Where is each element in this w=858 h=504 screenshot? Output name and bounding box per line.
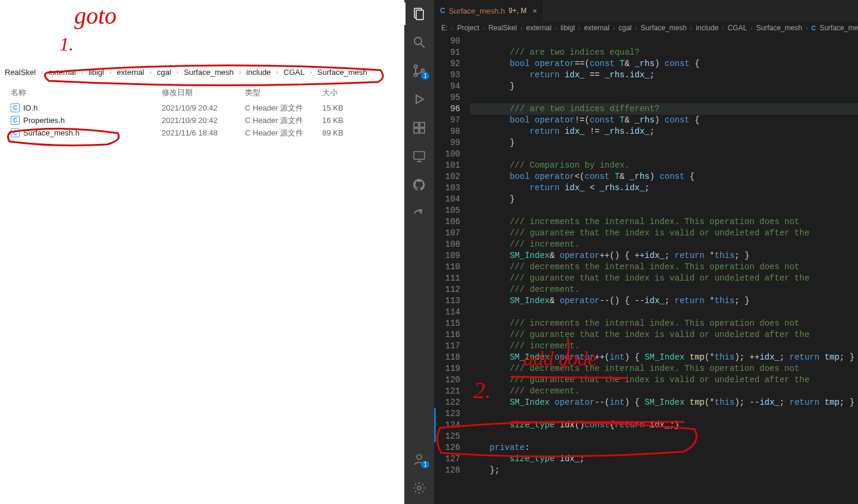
breadcrumb-item[interactable]: include (696, 24, 718, 32)
file-explorer: RealSkel›external›libigl›external›cgal›S… (0, 0, 404, 504)
breadcrumb-item[interactable]: CGAL (728, 24, 747, 32)
code-line[interactable]: /// guarantee that the index is valid or… (470, 273, 858, 284)
account-icon[interactable]: 1 (411, 452, 427, 467)
col-date[interactable]: 修改日期 (162, 87, 245, 98)
breadcrumb-item[interactable]: Surface_mesh (181, 67, 236, 78)
code-line[interactable]: /// decrements the internal index. This … (470, 262, 858, 273)
svg-rect-11 (420, 122, 425, 127)
code-line[interactable]: } (470, 194, 858, 205)
code-line[interactable] (470, 92, 858, 103)
breadcrumb-item[interactable]: external (114, 67, 146, 78)
breadcrumb-item[interactable]: libigl (561, 24, 575, 32)
breadcrumb-item[interactable]: Project (457, 24, 479, 32)
code-line[interactable] (470, 149, 858, 160)
code-line[interactable]: bool operator!=(const T& _rhs) const { (470, 115, 858, 126)
chevron-right-icon: › (806, 25, 807, 32)
breadcrumb-item[interactable]: libigl (86, 67, 106, 78)
breadcrumb-item[interactable]: E: (441, 24, 448, 32)
extensions-icon[interactable] (411, 120, 427, 136)
code-line[interactable]: /// guarantee that the index is valid or… (470, 374, 858, 386)
code-line[interactable]: /// Comparison by index. (470, 160, 858, 171)
code-line[interactable]: /// increment. (470, 239, 858, 250)
line-number: 101 (434, 160, 460, 171)
gear-icon[interactable] (411, 480, 427, 496)
code-line[interactable]: size_type idx()const{return idx_;} (470, 420, 858, 431)
code-line[interactable]: SM_Index& operator++() { ++idx_; return … (470, 250, 858, 262)
code-line[interactable]: SM_Index& operator--() { --idx_; return … (470, 295, 858, 307)
code-line[interactable]: } (470, 81, 858, 92)
file-row[interactable]: CSurface_mesh.h2021/11/6 18:48C Header 源… (0, 127, 404, 139)
code-line[interactable] (470, 408, 858, 420)
scm-icon[interactable]: 1 (411, 63, 427, 78)
code-line[interactable]: return idx_ != _rhs.idx_; (470, 126, 858, 137)
code-line[interactable]: private: (470, 442, 858, 453)
col-name[interactable]: 名称 (2, 87, 162, 98)
breadcrumb-item[interactable]: cgal (155, 67, 174, 78)
breadcrumb-item[interactable]: Surface_mesh (315, 67, 370, 78)
line-number: 92 (434, 58, 460, 70)
code-line[interactable]: /// guarantee that the index is valid or… (470, 228, 858, 239)
breadcrumb-item[interactable]: external (46, 67, 78, 78)
code-line[interactable]: SM_Index operator--(int) { SM_Index tmp(… (470, 397, 858, 408)
breadcrumb[interactable]: RealSkel›external›libigl›external›cgal›S… (0, 61, 404, 84)
chevron-right-icon: › (276, 69, 278, 75)
breadcrumb-item[interactable]: cgal (618, 24, 631, 32)
breadcrumb-item[interactable]: external (584, 24, 609, 32)
file-date: 2021/10/9 20:42 (162, 116, 245, 125)
code-line[interactable] (470, 205, 858, 216)
code-line[interactable]: /// increments the internal index. This … (470, 318, 858, 329)
code-line[interactable]: /// increment. (470, 341, 858, 352)
code-line[interactable]: /// are two indices different? (470, 103, 858, 115)
svg-rect-10 (420, 128, 425, 133)
code-line[interactable]: /// guarantee that the index is valid or… (470, 329, 858, 341)
code-line[interactable]: return idx_ < _rhs.idx_; (470, 182, 858, 194)
code-line[interactable] (470, 431, 858, 442)
line-number: 111 (434, 273, 460, 284)
code-line[interactable]: } (470, 137, 858, 149)
debug-icon[interactable] (411, 92, 427, 107)
breadcrumb-item[interactable]: Surface_mesh (756, 24, 802, 32)
line-number: 103 (434, 182, 460, 194)
code-line[interactable] (470, 307, 858, 318)
file-type: C Header 源文件 (245, 103, 322, 114)
code-editor[interactable]: 9091929394959697989910010110210310410510… (434, 34, 858, 504)
column-headers[interactable]: 名称 修改日期 类型 大小 (0, 84, 404, 102)
breadcrumb-item[interactable]: Surface_mesh (641, 24, 687, 32)
search-icon[interactable] (411, 34, 427, 50)
code-line[interactable]: /// decrements the internal index. This … (470, 363, 858, 374)
explorer-icon[interactable] (411, 6, 427, 21)
breadcrumb-item[interactable]: CGAL (281, 67, 307, 78)
code-line[interactable]: return idx_ == _rhs.idx_; (470, 70, 858, 81)
code-line[interactable]: size_type idx_; (470, 453, 858, 465)
code-line[interactable]: bool operator==(const T& _rhs) const { (470, 58, 858, 70)
breadcrumb-item[interactable]: external (526, 24, 552, 32)
c-file-icon: C (11, 128, 20, 137)
line-number: 109 (434, 250, 460, 262)
code-content[interactable]: /// are two indices equal? bool operator… (470, 34, 858, 504)
editor-breadcrumb[interactable]: E:›Project›RealSkel›external›libigl›exte… (434, 21, 858, 34)
code-line[interactable]: /// are two indices equal? (470, 47, 858, 58)
file-row[interactable]: CIO.h2021/10/9 20:42C Header 源文件15 KB (0, 102, 404, 114)
remote-icon[interactable] (411, 149, 427, 164)
close-icon[interactable]: × (533, 7, 538, 15)
code-line[interactable]: /// decrement. (470, 284, 858, 295)
line-number: 99 (434, 137, 460, 149)
col-size[interactable]: 大小 (322, 87, 370, 98)
github-icon[interactable] (411, 177, 427, 193)
chevron-right-icon: › (310, 69, 312, 75)
code-line[interactable]: }; (470, 465, 858, 476)
col-type[interactable]: 类型 (245, 87, 322, 98)
breadcrumb-item[interactable]: Surface_mesh.h (819, 24, 858, 32)
breadcrumb-item[interactable]: include (244, 67, 273, 78)
tab-surface-mesh[interactable]: C Surface_mesh.h 9+, M × (434, 0, 543, 21)
code-line[interactable]: /// decrement. (470, 386, 858, 397)
code-line[interactable] (470, 36, 858, 47)
breadcrumb-item[interactable]: RealSkel (2, 67, 38, 78)
code-line[interactable]: /// increments the internal index. This … (470, 216, 858, 228)
editor-tabs: C Surface_mesh.h 9+, M × (434, 0, 858, 21)
code-line[interactable]: SM_Index operator++(int) { SM_Index tmp(… (470, 352, 858, 363)
breadcrumb-item[interactable]: RealSkel (488, 24, 517, 32)
code-line[interactable]: bool operator<(const T& _rhs) const { (470, 171, 858, 182)
share-icon[interactable] (411, 206, 427, 221)
file-row[interactable]: CProperties.h2021/10/9 20:42C Header 源文件… (0, 114, 404, 127)
